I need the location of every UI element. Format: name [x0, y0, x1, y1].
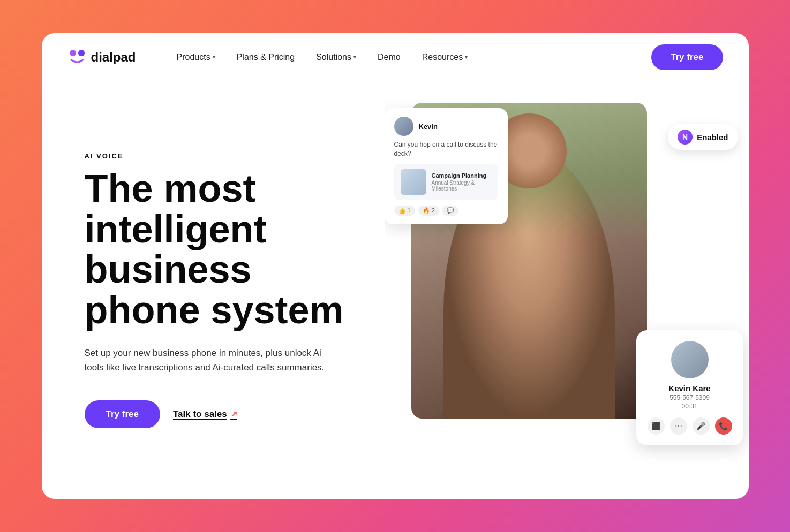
- svg-point-1: [78, 50, 85, 56]
- call-avatar: [671, 341, 709, 378]
- logo[interactable]: dialpad: [67, 48, 136, 67]
- call-actions: ⬛ ⋯ 🎤 📞: [647, 417, 733, 435]
- ai-enabled-badge: N Enabled: [668, 124, 738, 150]
- doc-subtitle: Annual Strategy & Milestones: [432, 180, 492, 192]
- nav-cta-area: Try free: [651, 44, 723, 70]
- nav-links: Products ▾ Plans & Pricing Solutions ▾ D…: [168, 48, 652, 66]
- navbar: dialpad Products ▾ Plans & Pricing Solut…: [42, 33, 749, 81]
- chat-header: Kevin: [394, 117, 498, 136]
- hero-left: Ai VOICE The most intelligent business p…: [85, 152, 385, 428]
- reaction-3: 💬: [442, 206, 458, 216]
- nav-item-solutions[interactable]: Solutions ▾: [307, 48, 365, 66]
- doc-thumbnail: [401, 169, 426, 195]
- logo-text: dialpad: [91, 50, 136, 65]
- call-more-button[interactable]: ⋯: [670, 417, 687, 435]
- hero-try-free-button[interactable]: Try free: [85, 400, 160, 428]
- chat-sender-name: Kevin: [419, 123, 438, 131]
- chat-message: Can you hop on a call to discuss the dec…: [394, 140, 498, 158]
- ai-icon: N: [678, 130, 693, 145]
- chat-avatar: [394, 117, 413, 136]
- nav-try-free-button[interactable]: Try free: [651, 44, 723, 70]
- doc-info: Campaign Planning Annual Strategy & Mile…: [432, 172, 492, 192]
- svg-point-0: [70, 50, 76, 56]
- call-card: Kevin Kare 555-567-5309 00:31 ⬛ ⋯ 🎤 📞: [636, 330, 743, 445]
- arrow-icon: ↗: [230, 409, 237, 419]
- hero-title: The most intelligent business phone syst…: [85, 169, 363, 330]
- call-screen-button[interactable]: ⬛: [648, 417, 665, 435]
- call-mute-button[interactable]: 🎤: [693, 417, 710, 435]
- call-number: 555-567-5309: [647, 394, 733, 401]
- hero-visual: Kevin Can you hop on a call to discuss t…: [385, 81, 749, 499]
- reaction-1: 👍 1: [394, 206, 415, 216]
- hero-tag: Ai VOICE: [85, 152, 363, 160]
- hero-description: Set up your new business phone in minute…: [85, 346, 331, 375]
- products-chevron-icon: ▾: [213, 54, 215, 60]
- ai-badge-label: Enabled: [697, 133, 728, 142]
- call-end-button[interactable]: 📞: [715, 417, 732, 435]
- call-name: Kevin Kare: [647, 384, 733, 393]
- doc-title: Campaign Planning: [432, 172, 492, 179]
- nav-item-products[interactable]: Products ▾: [168, 48, 224, 66]
- chat-bubble-card: Kevin Can you hop on a call to discuss t…: [385, 108, 508, 224]
- hero-content: Ai VOICE The most intelligent business p…: [42, 81, 749, 499]
- call-time: 00:31: [647, 402, 733, 410]
- nav-item-demo[interactable]: Demo: [369, 48, 409, 66]
- chat-reactions: 👍 1 🔥 2 💬: [394, 206, 498, 216]
- nav-item-plans[interactable]: Plans & Pricing: [228, 48, 304, 66]
- talk-to-sales-button[interactable]: Talk to sales ↗: [173, 409, 237, 420]
- solutions-chevron-icon: ▾: [353, 54, 356, 60]
- cta-row: Try free Talk to sales ↗: [85, 400, 363, 428]
- chat-document: Campaign Planning Annual Strategy & Mile…: [394, 164, 498, 200]
- main-card: dialpad Products ▾ Plans & Pricing Solut…: [42, 33, 749, 499]
- nav-item-resources[interactable]: Resources ▾: [413, 48, 476, 66]
- resources-chevron-icon: ▾: [465, 54, 468, 60]
- reaction-2: 🔥 2: [418, 206, 439, 216]
